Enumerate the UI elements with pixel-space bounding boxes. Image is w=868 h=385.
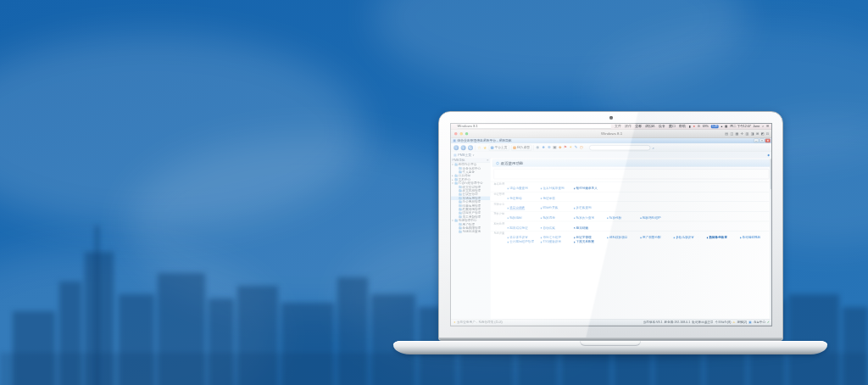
toolbar-icon[interactable]: ⚑	[564, 146, 567, 150]
folder-icon	[454, 178, 458, 181]
menubar-menu-item[interactable]: 窗口	[669, 124, 676, 129]
nav-arrow-button[interactable]: ‹	[453, 145, 459, 150]
minimize-button[interactable]: ─	[754, 139, 759, 142]
vm-toolbar-icon[interactable]: ▦	[736, 131, 739, 135]
menubar-status-icon[interactable]: ▦	[725, 125, 727, 128]
content-link[interactable]: 打印模板设置	[541, 240, 574, 244]
tree-expander-icon[interactable]: ▾	[452, 220, 453, 222]
menubar-menu-item[interactable]: 帮助	[679, 124, 686, 129]
maximize-button[interactable]: □	[760, 139, 765, 142]
toolbar-button-icon	[513, 146, 516, 149]
toolbar-button[interactable]: 我的桌面	[511, 145, 531, 151]
scrollbar-thumb[interactable]	[771, 159, 772, 189]
search-icon[interactable]: ⌕	[652, 145, 654, 149]
search-input[interactable]	[589, 145, 650, 150]
menubar-menu-item[interactable]: 查看	[635, 124, 642, 129]
toolbar-icon[interactable]: ✶	[569, 146, 572, 150]
tree-item-label: 系统日志查询	[463, 230, 481, 233]
vm-toolbar-icon[interactable]: ◩	[761, 131, 765, 135]
content-link[interactable]: 凭证审核	[541, 196, 574, 200]
menubar-clock[interactable]: 周二 下午12:07	[730, 125, 750, 129]
vm-toolbar-icon[interactable]: ◨	[751, 131, 754, 135]
content-link[interactable]: 现金流量查询	[507, 187, 540, 191]
content-link[interactable]: 预算调整	[541, 215, 574, 220]
content-scrollbar[interactable]	[770, 158, 772, 319]
content-link[interactable]: 凭证新增	[507, 196, 540, 200]
tab-caret-icon[interactable]: ▾	[473, 153, 475, 157]
content-link[interactable]: 会计期间维护管理	[507, 240, 540, 244]
content-link[interactable]: 预算编制	[507, 215, 540, 220]
menubar-status-icon[interactable]: ▮	[689, 125, 691, 128]
spotlight-search-icon[interactable]: ⌕	[762, 125, 764, 128]
menubar-status-icon[interactable]: ▴	[721, 125, 723, 128]
app-toolbar: ‹›↻ ☆★ 平台主页 我的桌面 ◉☻⊕▣◆⚑✶✎◷ ⌕	[451, 143, 772, 152]
tree-item[interactable]: 系统日志查询	[451, 230, 490, 233]
content-link[interactable]: 预算分析	[607, 215, 640, 220]
favorite-star-icon[interactable]: ★	[483, 146, 487, 150]
menubar-status-icon[interactable]: ●	[693, 125, 695, 128]
content-area: 最近使用功能 单据处理 现金流量查询 往来对账单查询 银行对账单导入 凭证管理 …	[490, 158, 772, 319]
content-link[interactable]: 期末结账	[574, 226, 607, 230]
menubar-menu-item[interactable]: 操作	[625, 124, 632, 129]
content-link[interactable]: 期末结转凭证	[507, 226, 540, 230]
content-link[interactable]: 参数选项设置	[673, 236, 706, 240]
control-center-icon[interactable]: ☰	[766, 125, 769, 128]
toolbar-icon[interactable]: ✎	[575, 146, 578, 150]
toolbar-button[interactable]: 平台主页	[489, 145, 509, 151]
content-link[interactable]: 下推关系配置	[574, 240, 607, 244]
content-link[interactable]: 单据编码规则	[740, 236, 772, 240]
content-link[interactable]: 自动转账	[541, 226, 574, 230]
content-link[interactable]: 银行对账单导入	[574, 187, 607, 191]
vm-toolbar-icon[interactable]: ⊞	[756, 131, 759, 135]
tree-menu-icon[interactable]: ≡	[487, 159, 488, 162]
vm-toolbar-icon[interactable]: ◫	[730, 131, 733, 135]
tabrow-right-icon[interactable]: ◆	[767, 153, 770, 157]
menubar-menu-item[interactable]: 文件	[615, 124, 621, 129]
laptop-notch	[580, 341, 641, 346]
folder-icon	[459, 197, 462, 199]
content-link-label: 数据备份恢复	[709, 236, 727, 240]
toolbar-icon[interactable]: ◉	[536, 146, 539, 150]
laptop-screen: Windows 8.1 文件操作查看虚拟机设备窗口帮助 ▮●⚙69%1.29▴▦…	[450, 123, 772, 326]
vm-window-titlebar: Windows 8.1 ▤◫▦✛▥◨⊞◩⊡	[451, 130, 772, 138]
menubar-menu-item[interactable]: 设备	[659, 124, 665, 129]
vm-toolbar-icon[interactable]: ✛	[741, 131, 743, 135]
content-link[interactable]: 数据备份恢复	[707, 236, 740, 240]
close-button[interactable]: ✕	[765, 139, 771, 142]
content-link[interactable]: 预算执行查询	[574, 215, 607, 220]
toolbar-icon[interactable]: ▣	[553, 146, 556, 150]
content-link[interactable]: 辅助核算项目	[607, 236, 640, 240]
content-link[interactable]: 用户权限分配	[640, 236, 673, 240]
vm-toolbar-icon[interactable]: ▤	[725, 131, 728, 135]
vm-toolbar-icons: ▤◫▦✛▥◨⊞◩⊡	[725, 131, 769, 135]
link-bullet-icon	[574, 208, 576, 209]
tree-expander-icon[interactable]: ▸	[452, 175, 453, 177]
nav-arrow-button[interactable]: ›	[461, 145, 466, 150]
tab-label[interactable]: PMB主页	[458, 153, 471, 157]
tree-expander-icon[interactable]: ▸	[452, 178, 453, 181]
content-link[interactable]: 预算指标维护	[640, 215, 673, 220]
tree-expander-icon[interactable]: ▾	[452, 164, 453, 166]
favorite-star-icon[interactable]: ☆	[477, 146, 481, 150]
menubar-status-icon[interactable]: ⚙	[698, 125, 700, 128]
menubar-app-name[interactable]: Windows 8.1	[458, 125, 611, 129]
menubar-status-icon[interactable]: 1.29	[711, 125, 719, 128]
toolbar-icon[interactable]: ☻	[542, 146, 546, 150]
toolbar-icon[interactable]: ⊕	[548, 146, 551, 150]
status-right-token: ▣	[748, 321, 751, 324]
vm-toolbar-icon[interactable]: ▥	[746, 131, 749, 135]
content-link[interactable]: 多栏账查询	[574, 206, 607, 210]
content-link[interactable]: 科目余额表	[507, 206, 540, 210]
toolbar-icon[interactable]: ◷	[580, 146, 583, 150]
vm-toolbar-icon[interactable]: ⊡	[766, 131, 769, 135]
content-link[interactable]: 往来对账单查询	[541, 187, 574, 191]
laptop-hinge	[439, 338, 782, 340]
menubar-status-icon[interactable]: 69%	[703, 125, 709, 128]
content-link[interactable]: 明细分类账	[541, 206, 574, 210]
tree-expander-icon[interactable]: ▾	[452, 182, 453, 185]
menubar-menu-item[interactable]: 虚拟机	[645, 124, 655, 129]
nav-arrow-button[interactable]: ↻	[468, 145, 473, 150]
link-bullet-icon	[574, 227, 576, 229]
menubar-username[interactable]: June	[754, 125, 760, 128]
toolbar-icon[interactable]: ◆	[559, 146, 562, 150]
